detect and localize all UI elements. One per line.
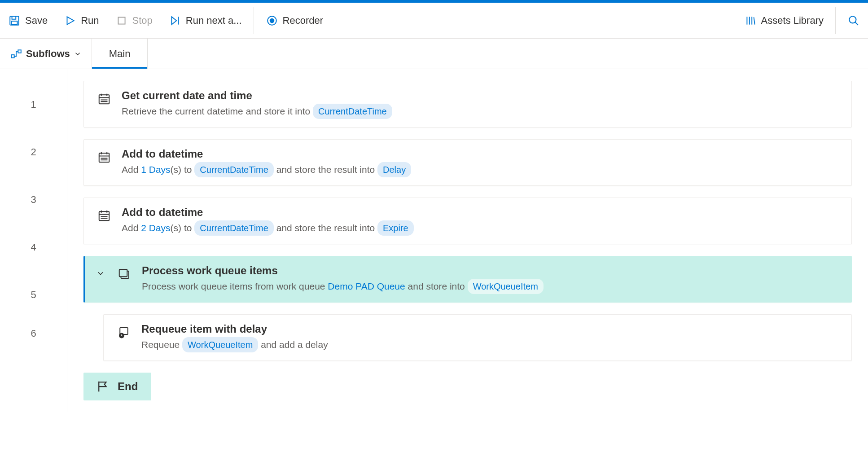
search-button[interactable] xyxy=(839,3,868,38)
variable-pill: WorkQueueItem xyxy=(468,279,544,294)
step-description: Add 1 Days(s) to CurrentDateTime and sto… xyxy=(122,162,839,177)
play-icon xyxy=(64,14,76,27)
toolbar-separator xyxy=(835,7,836,34)
line-number: 3 xyxy=(0,176,67,224)
action-step[interactable]: Get current date and time Retrieve the c… xyxy=(83,81,852,127)
step-description: Add 2 Days(s) to CurrentDateTime and sto… xyxy=(122,220,839,236)
tab-main-label: Main xyxy=(109,48,131,60)
flag-icon xyxy=(95,379,110,394)
step-title: Add to datetime xyxy=(122,206,839,219)
tab-main[interactable]: Main xyxy=(92,39,148,69)
variable-pill: Delay xyxy=(377,162,411,177)
calendar-icon xyxy=(96,91,112,106)
step-description: Requeue WorkQueueItem and add a delay xyxy=(141,337,839,352)
step-title: Get current date and time xyxy=(122,89,839,102)
step-description: Process work queue items from work queue… xyxy=(142,279,839,294)
tabs-row: Subflows Main xyxy=(0,39,868,69)
toolbar-separator xyxy=(254,7,254,34)
action-step[interactable]: Requeue item with delay Requeue WorkQueu… xyxy=(103,314,852,361)
calendar-icon xyxy=(96,149,112,165)
variable-pill: CurrentDateTime xyxy=(313,104,392,119)
svg-rect-22 xyxy=(99,153,110,162)
svg-rect-35 xyxy=(119,269,127,277)
subflow-icon xyxy=(10,48,22,60)
svg-point-7 xyxy=(270,18,274,22)
run-label: Run xyxy=(81,15,99,26)
stop-button: Stop xyxy=(107,3,161,38)
run-button[interactable]: Run xyxy=(56,3,107,38)
save-label: Save xyxy=(25,15,48,26)
end-block[interactable]: End xyxy=(83,373,151,400)
svg-line-13 xyxy=(855,22,858,25)
svg-point-12 xyxy=(849,16,856,23)
svg-rect-14 xyxy=(11,55,14,58)
subflows-dropdown[interactable]: Subflows xyxy=(0,39,92,69)
svg-rect-1 xyxy=(12,21,18,25)
line-number: 5 xyxy=(0,271,67,319)
chevron-down-icon xyxy=(74,48,82,60)
end-label: End xyxy=(118,380,138,393)
stop-label: Stop xyxy=(132,15,153,26)
main-toolbar: Save Run Stop Run next a... Recorde xyxy=(0,3,868,39)
record-icon xyxy=(266,14,278,27)
svg-rect-3 xyxy=(118,17,125,24)
flow-canvas: Get current date and time Retrieve the c… xyxy=(67,69,868,412)
step-icon xyxy=(169,14,181,27)
search-icon xyxy=(847,14,860,27)
svg-marker-4 xyxy=(171,17,176,24)
action-step-selected[interactable]: Process work queue items Process work qu… xyxy=(83,256,852,303)
step-title: Requeue item with delay xyxy=(141,323,839,335)
recorder-label: Recorder xyxy=(283,15,323,26)
save-icon xyxy=(8,14,21,27)
step-title: Process work queue items xyxy=(142,264,839,277)
recorder-button[interactable]: Recorder xyxy=(258,3,331,38)
svg-rect-15 xyxy=(18,50,21,53)
line-number: 2 xyxy=(0,128,67,176)
variable-pill: Expire xyxy=(377,220,414,236)
action-step[interactable]: Add to datetime Add 1 Days(s) to Current… xyxy=(83,139,852,186)
assets-label: Assets Library xyxy=(761,15,824,26)
svg-rect-16 xyxy=(99,95,110,104)
run-next-label: Run next a... xyxy=(186,15,242,26)
line-number: 4 xyxy=(0,224,67,271)
subflows-label: Subflows xyxy=(26,48,70,60)
variable-pill: CurrentDateTime xyxy=(194,220,274,236)
action-step[interactable]: Add to datetime Add 2 Days(s) to Current… xyxy=(83,198,852,244)
variable-pill: CurrentDateTime xyxy=(194,162,274,177)
svg-line-11 xyxy=(754,17,754,24)
line-gutter: 1 2 3 4 5 6 xyxy=(0,69,67,412)
calendar-icon xyxy=(96,208,112,223)
line-number: 6 xyxy=(0,319,67,348)
queue-icon xyxy=(117,266,132,281)
requeue-icon xyxy=(116,325,132,340)
workspace: 1 2 3 4 5 6 Get current date and time Re… xyxy=(0,69,868,412)
svg-marker-2 xyxy=(67,17,74,24)
library-icon xyxy=(744,14,757,27)
collapse-chevron-icon[interactable] xyxy=(96,269,105,278)
save-button[interactable]: Save xyxy=(0,3,56,38)
run-next-button[interactable]: Run next a... xyxy=(161,3,250,38)
step-title: Add to datetime xyxy=(122,148,839,160)
step-description: Retrieve the current datetime and store … xyxy=(122,104,839,119)
line-number: 1 xyxy=(0,81,67,128)
variable-pill: WorkQueueItem xyxy=(182,337,258,352)
svg-rect-28 xyxy=(99,211,110,220)
stop-icon xyxy=(115,14,128,27)
assets-library-button[interactable]: Assets Library xyxy=(736,3,832,38)
